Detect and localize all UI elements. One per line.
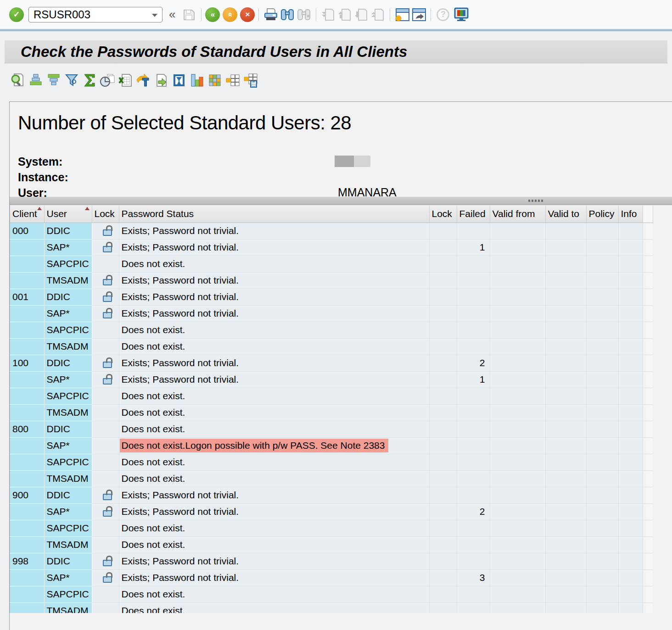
policy-cell[interactable] (586, 586, 618, 602)
failed-attempts-cell[interactable]: 3 (457, 569, 490, 586)
filler-cell[interactable] (643, 487, 653, 503)
customize-layout-button[interactable] (453, 6, 470, 23)
info-cell[interactable] (618, 520, 643, 536)
user-cell[interactable]: DDIC (44, 223, 92, 239)
info-cell[interactable] (618, 305, 643, 322)
lock-cell[interactable] (429, 355, 457, 371)
sort-descending-button[interactable] (46, 72, 61, 89)
lock-cell[interactable] (429, 536, 457, 553)
policy-cell[interactable] (586, 520, 618, 536)
valid-from-cell[interactable] (490, 322, 545, 338)
failed-attempts-cell[interactable]: 1 (457, 371, 490, 388)
column-header-info[interactable]: Info (618, 206, 643, 223)
first-page-button[interactable] (320, 6, 336, 23)
client-cell[interactable] (10, 272, 44, 289)
user-cell[interactable]: SAP* (44, 371, 92, 388)
lock-status-cell[interactable] (92, 322, 119, 338)
policy-cell[interactable] (586, 272, 618, 289)
valid-from-cell[interactable] (490, 454, 545, 470)
column-header-user[interactable]: User (44, 206, 92, 223)
valid-to-cell[interactable] (545, 602, 586, 613)
password-status-cell[interactable]: Exists; Password not trivial. (119, 239, 429, 256)
lock-cell[interactable] (429, 454, 457, 470)
grid-splitter[interactable] (10, 197, 672, 205)
user-cell[interactable]: DDIC (44, 421, 92, 437)
lock-status-cell[interactable] (92, 404, 119, 421)
last-page-button[interactable] (370, 6, 386, 23)
details-button[interactable] (10, 72, 25, 89)
user-cell[interactable]: TMSADM (44, 338, 92, 355)
filler-cell[interactable] (643, 470, 653, 487)
valid-to-cell[interactable] (545, 388, 586, 404)
valid-from-cell[interactable] (490, 371, 545, 388)
password-status-cell[interactable]: Does not exist. (119, 322, 429, 338)
failed-attempts-cell[interactable] (457, 322, 490, 338)
password-status-cell[interactable]: Exists; Password not trivial. (119, 355, 429, 371)
filler-cell[interactable] (643, 553, 653, 569)
table-row[interactable]: SAPCPICDoes not exist. (10, 388, 653, 404)
failed-attempts-cell[interactable] (457, 437, 490, 454)
lock-status-cell[interactable] (92, 388, 119, 404)
valid-from-cell[interactable] (490, 256, 545, 272)
policy-cell[interactable] (586, 223, 618, 239)
filler-cell[interactable] (643, 289, 653, 305)
client-cell[interactable]: 001 (10, 289, 44, 305)
policy-cell[interactable] (586, 569, 618, 586)
table-row[interactable]: 100DDICExists; Password not trivial.2 (10, 355, 653, 371)
column-header-password-status[interactable]: Password Status (119, 206, 429, 223)
lock-cell[interactable] (429, 487, 457, 503)
help-button[interactable]: ? (435, 6, 451, 23)
password-status-cell[interactable]: Does not exist.Logon possible with p/w P… (119, 437, 429, 454)
lock-cell[interactable] (429, 437, 457, 454)
policy-cell[interactable] (586, 503, 618, 520)
info-cell[interactable] (618, 569, 643, 586)
print-button[interactable] (263, 6, 279, 23)
find-next-button[interactable] (296, 6, 312, 23)
collapse-toolbar-icon[interactable]: « (169, 7, 175, 22)
user-cell[interactable]: SAPCPIC (44, 520, 92, 536)
failed-attempts-cell[interactable] (457, 256, 490, 272)
lock-status-cell[interactable] (92, 305, 119, 322)
client-cell[interactable]: 800 (10, 421, 44, 437)
valid-to-cell[interactable] (545, 553, 586, 569)
filler-cell[interactable] (643, 272, 653, 289)
lock-cell[interactable] (429, 520, 457, 536)
info-cell[interactable] (618, 289, 643, 305)
filler-cell[interactable] (643, 404, 653, 421)
password-status-cell[interactable]: Does not exist. (119, 404, 429, 421)
table-row[interactable]: SAP*Exists; Password not trivial. (10, 305, 653, 322)
client-cell[interactable] (10, 569, 44, 586)
failed-attempts-cell[interactable] (457, 454, 490, 470)
table-row[interactable]: TMSADMDoes not exist. (10, 536, 653, 553)
table-row[interactable]: SAPCPICDoes not exist. (10, 256, 653, 272)
client-cell[interactable] (10, 602, 44, 613)
client-cell[interactable] (10, 388, 44, 404)
table-row[interactable]: SAP*Exists; Password not trivial.3 (10, 569, 653, 586)
user-cell[interactable]: SAPCPIC (44, 388, 92, 404)
valid-from-cell[interactable] (490, 289, 545, 305)
info-cell[interactable] (618, 454, 643, 470)
failed-attempts-cell[interactable] (457, 470, 490, 487)
lock-cell[interactable] (429, 338, 457, 355)
lock-cell[interactable] (429, 322, 457, 338)
client-cell[interactable]: 000 (10, 223, 44, 239)
lock-cell[interactable] (429, 569, 457, 586)
policy-cell[interactable] (586, 487, 618, 503)
policy-cell[interactable] (586, 536, 618, 553)
valid-from-cell[interactable] (490, 569, 545, 586)
info-cell[interactable] (618, 553, 643, 569)
views-button[interactable] (207, 72, 222, 89)
valid-to-cell[interactable] (545, 569, 586, 586)
table-row[interactable]: SAPCPICDoes not exist. (10, 454, 653, 470)
client-cell[interactable] (10, 256, 44, 272)
enter-button[interactable]: ✓ (9, 7, 24, 22)
valid-to-cell[interactable] (545, 421, 586, 437)
valid-to-cell[interactable] (545, 520, 586, 536)
lock-status-cell[interactable] (92, 553, 119, 569)
user-cell[interactable]: SAPCPIC (44, 322, 92, 338)
column-header-lock[interactable]: Lock (92, 206, 119, 223)
table-row[interactable]: SAP*Exists; Password not trivial.1 (10, 239, 653, 256)
filler-cell[interactable] (643, 569, 653, 586)
client-cell[interactable] (10, 371, 44, 388)
failed-attempts-cell[interactable]: 2 (457, 355, 490, 371)
